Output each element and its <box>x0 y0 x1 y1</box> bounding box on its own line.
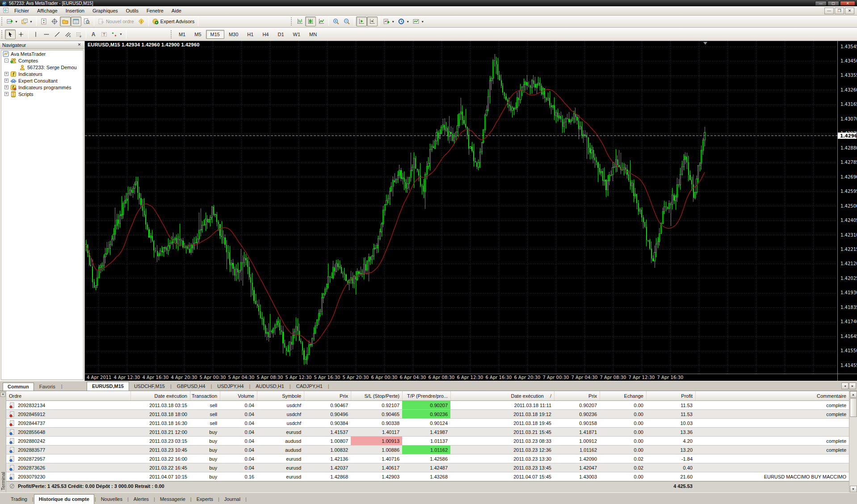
column-header-prix_close[interactable]: Prix <box>554 391 600 400</box>
column-header-echange[interactable]: Echange <box>600 391 646 400</box>
tree-item-scripts[interactable]: +Scripts <box>1 91 83 97</box>
menu-outils[interactable]: Outils <box>122 7 143 15</box>
menu-aide[interactable]: Aide <box>168 7 185 15</box>
table-scrollbar[interactable]: ▲ ▼ <box>849 391 857 492</box>
order-row-2093079230[interactable]: 20930792302011.04.07 10:15buy0.16eurusd1… <box>6 472 849 481</box>
line-chart-button[interactable] <box>316 17 327 26</box>
tab-scroll-right-icon[interactable]: ▸ <box>849 383 856 389</box>
template-button[interactable]: ▼ <box>411 17 426 26</box>
menu-fenetre[interactable]: Fenetre <box>143 7 168 15</box>
dropdown-arrow-icon[interactable]: ▼ <box>29 20 33 23</box>
terminal-tab-trading[interactable]: Trading <box>6 495 32 504</box>
profiles-button[interactable]: ▼ <box>20 17 34 26</box>
timeframe-h4-button[interactable]: H4 <box>258 30 273 39</box>
tab-scroll-left-icon[interactable]: ◂ <box>841 383 849 389</box>
new-chart-button[interactable]: ▼ <box>5 17 20 26</box>
tree-item-expert-consultant[interactable]: +Expert Consultant <box>1 77 83 84</box>
order-row-2092883577[interactable]: 20928835772011.03.23 10:45buy0.04audusd1… <box>6 446 849 454</box>
expand-icon[interactable]: + <box>4 79 8 83</box>
order-row-2092872957[interactable]: 20928729572011.03.22 16:00buy0.04eurusd1… <box>6 454 849 463</box>
metaeditor-button[interactable]: ! <box>136 17 147 26</box>
fibonacci-button[interactable]: F <box>73 29 84 39</box>
timeframe-m30-button[interactable]: M30 <box>224 30 243 39</box>
timeframe-w1-button[interactable]: W1 <box>289 30 305 39</box>
timeframe-m5-button[interactable]: M5 <box>190 30 206 39</box>
terminal-tab-historique-du-compte[interactable]: Historique du compte <box>34 494 94 504</box>
terminal-tab-messagerie[interactable]: Messagerie <box>155 495 190 504</box>
terminal-tab-alertes[interactable]: Alertes <box>129 495 153 504</box>
timeframe-m1-button[interactable]: M1 <box>174 30 190 39</box>
column-header-ordre[interactable]: Ordre <box>6 391 130 400</box>
timeframe-h1-button[interactable]: H1 <box>243 30 258 39</box>
chart-tab-usdchf-m15[interactable]: USDCHF,M15 <box>129 382 170 391</box>
column-header-commentaire[interactable]: Commentaire <box>695 391 849 400</box>
chart-tab-eurusd-m15[interactable]: EURUSD,M15 <box>87 382 129 391</box>
collapse-icon[interactable]: - <box>4 58 8 62</box>
dropdown-arrow-icon[interactable]: ▼ <box>406 20 409 23</box>
bar-chart-button[interactable] <box>294 17 305 26</box>
mdi-restore-button[interactable]: ❐ <box>835 8 844 14</box>
terminal-tab-nouvelles[interactable]: Nouvelles <box>97 495 127 504</box>
column-header-transaction[interactable]: Transaction <box>190 391 220 400</box>
navigator-close-icon[interactable]: ✕ <box>76 42 82 48</box>
terminal-button[interactable] <box>71 17 81 26</box>
expert-advisors-button[interactable]: Expert Advisors <box>151 17 196 26</box>
navigator-button[interactable] <box>60 17 71 26</box>
scroll-up-icon[interactable]: ▲ <box>850 391 857 398</box>
chart-area[interactable]: 1.435451.434501.433551.432601.431651.430… <box>85 41 857 381</box>
order-row-2092873626[interactable]: 20928736262011.03.22 16:45buy0.04eurusd1… <box>6 463 849 472</box>
timeframe-m15-button[interactable]: M15 <box>206 30 224 39</box>
navigator-tab-commun[interactable]: Commun <box>3 383 34 391</box>
column-header-volume[interactable]: Volume <box>220 391 257 400</box>
trendline-button[interactable] <box>52 29 63 39</box>
column-header-sl[interactable]: S/L (Stop/Perte) <box>351 391 402 400</box>
data-window-button[interactable] <box>49 17 60 26</box>
text-button[interactable]: A <box>88 29 99 39</box>
order-row-2092880242[interactable]: 20928802422011.03.23 03:15buy0.04audusd1… <box>6 437 849 446</box>
chart-tab-gbpusd-h4[interactable]: GBPUSD,H4 <box>172 382 210 391</box>
maximize-button[interactable]: ▢ <box>828 1 839 6</box>
column-header-date_close[interactable]: Date exécution/ <box>450 391 554 400</box>
mdi-minimize-button[interactable]: — <box>824 8 834 14</box>
zoom-in-button[interactable] <box>331 17 341 26</box>
timeframe-d1-button[interactable]: D1 <box>273 30 288 39</box>
expand-icon[interactable]: + <box>4 72 8 76</box>
expand-icon[interactable]: + <box>4 92 8 96</box>
chart-tab-audusd-h1[interactable]: AUDUSD,H1 <box>251 382 289 391</box>
cursor-button[interactable] <box>5 29 16 39</box>
menu-affichage[interactable]: Affichage <box>33 7 62 15</box>
periods-button[interactable]: ▼ <box>396 17 411 26</box>
auto-scroll-button[interactable] <box>356 17 367 26</box>
column-header-date_open[interactable]: Date exécution <box>130 391 190 400</box>
hline-button[interactable] <box>41 29 52 39</box>
candlestick-chart-button[interactable] <box>305 17 316 26</box>
dropdown-arrow-icon[interactable]: ▼ <box>15 20 18 23</box>
dropdown-arrow-icon[interactable]: ▼ <box>421 20 424 23</box>
mdi-close-button[interactable]: ✕ <box>845 8 854 14</box>
arrows-button[interactable]: ▼ <box>109 29 124 39</box>
close-button[interactable]: ✕ <box>840 1 855 6</box>
timeframe-mn-button[interactable]: MN <box>305 30 321 39</box>
order-row-2092855648[interactable]: 20928556482011.03.21 12:00buy0.04eurusd1… <box>6 428 849 437</box>
terminal-tab-experts[interactable]: Experts <box>192 495 218 504</box>
tree-item-567233-serge-demou[interactable]: 567233: Serge Demou <box>1 64 83 71</box>
column-header-prix_open[interactable]: Prix <box>304 391 351 400</box>
vline-button[interactable] <box>30 29 41 39</box>
column-header-symbole[interactable]: Symbole <box>257 391 304 400</box>
label-button[interactable]: T <box>99 29 109 39</box>
order-row-2092832134[interactable]: 20928321342011.03.18 03:15sell0.04usdchf… <box>6 401 849 410</box>
strategy-tester-button[interactable] <box>81 17 92 26</box>
order-row-2092845912[interactable]: 20928459122011.03.18 18:00sell0.04usdchf… <box>6 410 849 419</box>
dropdown-arrow-icon[interactable]: ▼ <box>391 20 395 23</box>
tree-item-ava-metatrader[interactable]: Ava MetaTrader <box>1 50 83 57</box>
market-watch-button[interactable] <box>38 17 49 26</box>
chart-tab-usdjpy-h4[interactable]: USDJPY,H4 <box>212 382 248 391</box>
new-order-button[interactable]: Nouvel ordre <box>96 17 136 26</box>
chart-tab-cadjpy-h1[interactable]: CADJPY,H1 <box>291 382 328 391</box>
menu-insertion[interactable]: Insertion <box>62 7 88 15</box>
column-header-tp[interactable]: T/P (Prendre/pro... <box>402 391 450 400</box>
tree-item-indicateurs-programm-s[interactable]: +fIndicateurs programmés <box>1 84 83 91</box>
order-row-2092844737[interactable]: 20928447372011.03.18 16:30sell0.04usdchf… <box>6 419 849 428</box>
menu-fichier[interactable]: Fichier <box>10 7 33 15</box>
tree-item-comptes[interactable]: -Comptes <box>1 57 83 64</box>
